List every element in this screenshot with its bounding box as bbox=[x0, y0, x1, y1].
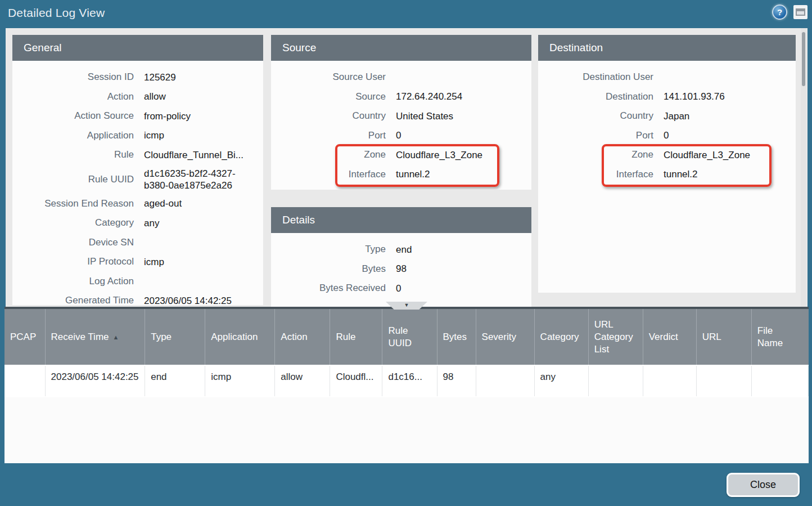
general-panel-header: General bbox=[12, 35, 263, 61]
field-value: d1c16235-b2f2-4327-b380-0ae1875e2a26 bbox=[134, 168, 249, 191]
field-row-session-id: Session ID125629 bbox=[12, 68, 263, 87]
field-value: tunnel.2 bbox=[386, 168, 430, 180]
field-label: Source User bbox=[271, 71, 386, 83]
field-label: IP Protocol bbox=[12, 256, 134, 267]
column-header-verdict[interactable]: Verdict bbox=[643, 309, 696, 365]
field-label: Country bbox=[538, 110, 653, 122]
field-row-rule: RuleCloudflare_Tunnel_Bi... bbox=[12, 145, 263, 165]
detail-scrollbar-thumb[interactable] bbox=[802, 32, 805, 86]
field-value: Cloudflare_Tunnel_Bi... bbox=[134, 149, 243, 161]
column-header-file-name[interactable]: File Name bbox=[751, 309, 808, 365]
field-label: Application bbox=[12, 130, 134, 141]
field-label: Bytes Received bbox=[271, 283, 386, 294]
field-label: Device SN bbox=[12, 237, 134, 248]
field-label: Country bbox=[271, 110, 386, 122]
details-panel: Details Typeend Bytes98 Bytes Received0 bbox=[271, 207, 531, 307]
log-table-panel: PCAP Receive Time▲ Type Application Acti… bbox=[4, 307, 809, 463]
field-row-category: Categoryany bbox=[12, 213, 263, 233]
help-icon[interactable]: ? bbox=[772, 5, 787, 20]
field-row-interface: Interfacetunnel.2 bbox=[271, 165, 531, 185]
source-panel-header: Source bbox=[271, 35, 531, 61]
field-row-country: CountryUnited States bbox=[271, 106, 531, 126]
table-header-row: PCAP Receive Time▲ Type Application Acti… bbox=[4, 309, 809, 365]
field-value: 125629 bbox=[134, 71, 176, 83]
column-header-url-category-list[interactable]: URL Category List bbox=[588, 309, 643, 365]
cell-url-category-list bbox=[588, 365, 643, 397]
column-header-receive-time[interactable]: Receive Time▲ bbox=[45, 309, 145, 365]
field-value: Cloudflare_L3_Zone bbox=[386, 149, 482, 161]
field-row-rule-uuid: Rule UUIDd1c16235-b2f2-4327-b380-0ae1875… bbox=[12, 165, 263, 194]
field-label: Action Source bbox=[12, 110, 134, 122]
log-detail-area: General Session ID125629 Actionallow Act… bbox=[6, 28, 808, 307]
field-row-session-end-reason: Session End Reasonaged-out bbox=[12, 194, 263, 214]
column-header-url[interactable]: URL bbox=[696, 309, 751, 365]
field-label: Zone bbox=[538, 149, 653, 160]
column-header-label: URL Category List bbox=[594, 319, 635, 356]
cell-url bbox=[696, 365, 751, 397]
field-row-source-user: Source User bbox=[271, 68, 531, 87]
close-button[interactable]: Close bbox=[727, 473, 800, 497]
general-panel: General Session ID125629 Actionallow Act… bbox=[12, 35, 263, 305]
field-value: tunnel.2 bbox=[653, 168, 698, 180]
field-row-zone: ZoneCloudflare_L3_Zone bbox=[538, 145, 796, 165]
field-row-country: CountryJapan bbox=[538, 106, 796, 126]
source-panel: Source Source User Source172.64.240.254 … bbox=[271, 35, 531, 190]
field-row-source: Source172.64.240.254 bbox=[271, 87, 531, 107]
detail-scrollbar-track bbox=[801, 28, 806, 307]
cell-pcap bbox=[4, 365, 45, 397]
column-header-label: Receive Time bbox=[51, 332, 109, 342]
destination-panel-header: Destination bbox=[538, 35, 796, 61]
field-value: any bbox=[134, 217, 159, 229]
sort-ascending-icon: ▲ bbox=[113, 331, 119, 343]
field-label: Zone bbox=[271, 149, 386, 160]
field-label: Generated Time bbox=[12, 295, 134, 305]
field-row-port: Port0 bbox=[538, 126, 796, 146]
field-row-destination-user: Destination User bbox=[538, 68, 796, 87]
column-header-application[interactable]: Application bbox=[205, 309, 275, 365]
field-row-bytes: Bytes98 bbox=[271, 259, 531, 279]
window-glyph bbox=[796, 8, 805, 16]
column-header-type[interactable]: Type bbox=[145, 309, 205, 365]
field-value: from-policy bbox=[134, 110, 191, 122]
field-row-destination: Destination141.101.93.76 bbox=[538, 87, 796, 107]
column-header-label: Rule UUID bbox=[388, 325, 419, 350]
field-label: Interface bbox=[271, 169, 386, 180]
field-value: 0 bbox=[386, 283, 401, 294]
field-row-ip-protocol: IP Protocolicmp bbox=[12, 252, 263, 272]
destination-panel: Destination Destination User Destination… bbox=[538, 35, 796, 293]
field-row-application: Applicationicmp bbox=[12, 126, 263, 146]
column-header-severity[interactable]: Severity bbox=[476, 309, 534, 365]
field-value: icmp bbox=[134, 256, 164, 268]
field-value: 141.101.93.76 bbox=[653, 91, 725, 102]
log-table-row[interactable]: 2023/06/05 14:42:25 end icmp allow Cloud… bbox=[4, 365, 809, 397]
column-header-rule-uuid[interactable]: Rule UUID bbox=[382, 309, 437, 365]
column-header-action[interactable]: Action bbox=[275, 309, 330, 365]
column-header-label: File Name bbox=[757, 325, 789, 350]
field-label: Port bbox=[538, 130, 653, 141]
column-header-bytes[interactable]: Bytes bbox=[437, 309, 476, 365]
field-label: Rule bbox=[12, 149, 134, 160]
field-value: icmp bbox=[134, 129, 164, 141]
column-header-rule[interactable]: Rule bbox=[330, 309, 382, 365]
column-header-category[interactable]: Category bbox=[534, 309, 588, 365]
cell-category: any bbox=[534, 365, 588, 397]
cell-rule-uuid: d1c16... bbox=[382, 365, 437, 397]
field-row-port: Port0 bbox=[271, 126, 531, 146]
field-label: Destination User bbox=[538, 71, 653, 83]
cell-verdict bbox=[643, 365, 696, 397]
field-value: allow bbox=[134, 91, 166, 102]
cell-action: allow bbox=[275, 365, 330, 397]
cell-bytes: 98 bbox=[437, 365, 476, 397]
field-label: Log Action bbox=[12, 276, 134, 287]
field-label: Rule UUID bbox=[12, 174, 134, 185]
field-label: Bytes bbox=[271, 263, 386, 275]
field-label: Destination bbox=[538, 91, 653, 102]
field-row-bytes-received: Bytes Received0 bbox=[271, 279, 531, 298]
title-bar: Detailed Log View ? bbox=[0, 0, 812, 28]
field-value: 172.64.240.254 bbox=[386, 91, 462, 102]
restore-window-icon[interactable] bbox=[793, 5, 808, 19]
field-label: Action bbox=[12, 91, 134, 102]
field-value: 2023/06/05 14:42:25 bbox=[134, 295, 232, 305]
field-value: aged-out bbox=[134, 198, 182, 209]
column-header-pcap[interactable]: PCAP bbox=[4, 309, 45, 365]
